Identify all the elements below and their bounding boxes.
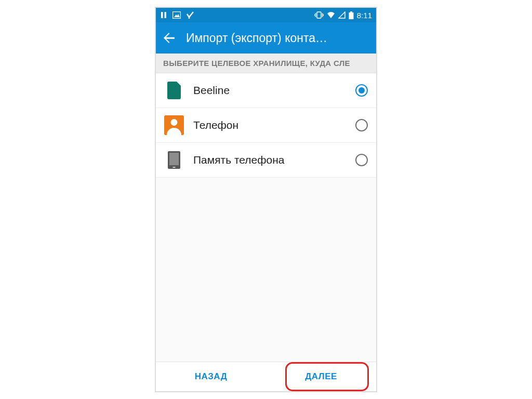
signal-icon	[338, 11, 345, 19]
app-bar: Импорт (экспорт) конта…	[156, 22, 376, 54]
sim-card-icon	[167, 82, 181, 99]
phone-frame: 8:11 Импорт (экспорт) конта… ВЫБЕРИТЕ ЦЕ…	[155, 7, 377, 392]
status-bar: 8:11	[156, 8, 376, 22]
next-button[interactable]: ДАЛЕЕ	[266, 362, 376, 391]
option-label: Телефон	[193, 119, 347, 131]
option-beeline[interactable]: Beeline	[156, 73, 376, 108]
back-icon[interactable]	[163, 32, 175, 44]
svg-marker-3	[174, 14, 180, 17]
phone-storage-icon	[168, 151, 180, 169]
option-phone-storage[interactable]: Память телефона	[156, 143, 376, 178]
option-phone[interactable]: Телефон	[156, 108, 376, 143]
pause-icon	[160, 11, 167, 19]
footer-bar: НАЗАД ДАЛЕЕ	[156, 362, 376, 391]
svg-rect-11	[349, 12, 353, 19]
svg-rect-2	[173, 12, 181, 19]
page-title: Импорт (экспорт) конта…	[186, 31, 327, 45]
image-icon	[172, 11, 181, 19]
radio-selected-icon[interactable]	[355, 84, 368, 97]
radio-unselected-icon[interactable]	[355, 154, 368, 166]
option-label: Память телефона	[193, 154, 347, 166]
vibrate-icon	[314, 11, 324, 19]
svg-rect-1	[165, 12, 167, 18]
svg-rect-0	[161, 12, 163, 18]
status-time: 8:11	[357, 11, 372, 20]
radio-unselected-icon[interactable]	[355, 119, 368, 131]
battery-icon	[349, 11, 354, 19]
svg-rect-10	[350, 11, 352, 12]
check-icon	[186, 11, 194, 19]
back-button[interactable]: НАЗАД	[156, 362, 266, 391]
contact-icon	[164, 115, 184, 135]
empty-space	[156, 178, 376, 362]
svg-rect-5	[317, 12, 321, 18]
storage-options-list: Beeline Телефон Память телефона	[156, 73, 376, 178]
wifi-icon	[327, 11, 335, 19]
option-label: Beeline	[193, 84, 347, 97]
section-header: ВЫБЕРИТЕ ЦЕЛЕВОЕ ХРАНИЛИЩЕ, КУДА СЛЕ	[156, 54, 376, 73]
